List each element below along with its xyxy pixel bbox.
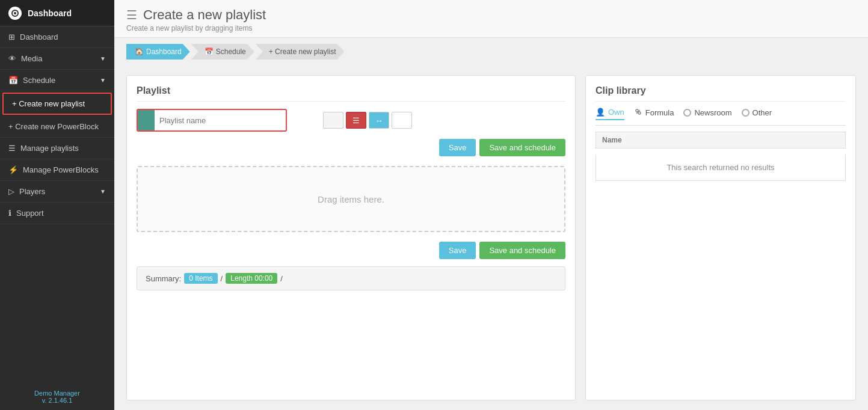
chevron-down-icon: ▼ — [100, 188, 106, 195]
slash2: / — [280, 274, 283, 283]
sidebar-item-label: Dashboard — [20, 32, 58, 41]
sidebar-item-label: + Create new PowerBlock — [8, 122, 99, 131]
page-title-row: ☰ Create a new playlist — [126, 7, 856, 23]
playlist-name-wrapper — [137, 109, 287, 132]
column-name: Name — [602, 136, 622, 144]
support-icon: ℹ — [8, 209, 11, 218]
arrow-icon: ↔ — [375, 116, 383, 125]
playlist-name-input[interactable] — [155, 112, 286, 129]
clip-no-results: This search returned no results — [596, 155, 846, 181]
playlist-icon: ☰ — [126, 8, 137, 22]
svg-point-3 — [638, 112, 641, 114]
drag-area: Drag items here. — [137, 166, 565, 232]
sidebar-item-label: Manage playlists — [20, 144, 79, 153]
sidebar: Dashboard ⊞ Dashboard 👁 Media ▼ 📅 Schedu… — [0, 0, 114, 410]
sidebar-item-media[interactable]: 👁 Media ▼ — [0, 48, 114, 70]
sidebar-item-manage-powerblocks[interactable]: ⚡ Manage PowerBlocks — [0, 159, 114, 181]
summary-label: Summary: — [146, 274, 181, 283]
sidebar-item-label: Players — [19, 187, 45, 196]
breadcrumb-create-playlist[interactable]: + Create new playlist — [256, 44, 345, 60]
sidebar-item-label: Manage PowerBlocks — [23, 165, 99, 174]
sidebar-item-manage-playlists[interactable]: ☰ Manage playlists — [0, 138, 114, 159]
toggle-list-btn[interactable]: ☰ — [346, 112, 366, 129]
drag-area-text: Drag items here. — [318, 194, 384, 204]
schedule-icon: 📅 — [8, 76, 18, 85]
list-icon: ☰ — [352, 116, 360, 125]
clip-tab-other[interactable]: Other — [742, 108, 772, 120]
chevron-down-icon: ▼ — [100, 77, 106, 84]
clip-tabs: 👤 Own Formula Newsroom Other — [596, 108, 846, 126]
summary-bar: Summary: 0 Items / Length 00:00 / — [137, 266, 565, 290]
clip-tab-formula[interactable]: Formula — [634, 108, 674, 120]
breadcrumb-label: Schedule — [216, 47, 246, 56]
clip-table-header: Name — [596, 132, 846, 148]
toggle-right-blank[interactable] — [392, 112, 412, 129]
page-title: Create a new playlist — [143, 7, 266, 23]
playlist-panel-title: Playlist — [137, 85, 565, 102]
playlist-controls-row: ☰ ↔ — [137, 109, 565, 132]
toggle-left-blank[interactable] — [323, 112, 343, 129]
sidebar-item-label: + Create new playlist — [12, 99, 85, 108]
breadcrumb-dashboard[interactable]: 🏠 Dashboard — [126, 44, 190, 60]
formula-icon — [634, 108, 642, 118]
clip-tab-label: Formula — [645, 108, 674, 117]
clip-tab-own[interactable]: 👤 Own — [596, 108, 624, 120]
list-icon: ☰ — [8, 144, 16, 153]
items-badge: 0 Items — [184, 273, 217, 284]
breadcrumb-label: Dashboard — [146, 47, 182, 56]
playlist-panel: Playlist ☰ ↔ — [126, 75, 576, 400]
clip-tab-newsroom[interactable]: Newsroom — [683, 108, 731, 120]
page-subtitle: Create a new playlist by dragging items — [126, 24, 856, 32]
schedule-icon: 📅 — [205, 47, 214, 56]
chevron-down-icon: ▼ — [100, 55, 106, 62]
breadcrumb-schedule[interactable]: 📅 Schedule — [191, 44, 254, 60]
save-schedule-button-bottom[interactable]: Save and schedule — [479, 242, 565, 259]
dashboard-icon: ⊞ — [8, 32, 15, 41]
sidebar-item-dashboard[interactable]: ⊞ Dashboard — [0, 26, 114, 48]
playlist-color-swatch[interactable] — [138, 110, 155, 130]
sidebar-footer: Demo Manager v. 2.1.46.1 — [0, 384, 114, 410]
user-icon: 👤 — [596, 108, 605, 117]
media-icon: 👁 — [8, 54, 16, 63]
sidebar-item-create-playlist[interactable]: + Create new playlist — [2, 93, 112, 115]
footer-line1: Demo Manager — [8, 390, 106, 397]
sidebar-item-players[interactable]: ▷ Players ▼ — [0, 181, 114, 203]
clip-tab-label: Newsroom — [694, 108, 731, 117]
save-button-top[interactable]: Save — [439, 139, 476, 156]
save-schedule-button-top[interactable]: Save and schedule — [479, 139, 565, 156]
sidebar-item-label: Media — [21, 54, 42, 63]
sidebar-logo: Dashboard — [0, 0, 114, 26]
save-button-bottom[interactable]: Save — [439, 242, 476, 259]
content-area: Playlist ☰ ↔ — [114, 66, 868, 410]
main-content: ☰ Create a new playlist Create a new pla… — [114, 0, 868, 410]
bolt-icon: ⚡ — [8, 165, 18, 174]
slash: / — [221, 274, 223, 283]
sidebar-item-label: Schedule — [23, 76, 55, 85]
breadcrumb-label: + Create new playlist — [269, 47, 336, 56]
footer-line2: v. 2.1.46.1 — [8, 397, 106, 404]
sidebar-item-create-powerblock[interactable]: + Create new PowerBlock — [0, 116, 114, 138]
save-btn-row-top: Save Save and schedule — [137, 139, 565, 156]
radio-other — [742, 109, 749, 117]
length-badge: Length 00:00 — [226, 273, 277, 284]
radio-newsroom — [683, 109, 691, 117]
sidebar-logo-label: Dashboard — [28, 8, 72, 18]
clip-library: Clip library 👤 Own Formula Newsroom — [585, 75, 856, 400]
clip-tab-label: Own — [608, 108, 624, 117]
logo-icon — [8, 7, 22, 20]
svg-point-1 — [14, 12, 16, 14]
toggle-arrow-btn[interactable]: ↔ — [369, 112, 389, 129]
players-icon: ▷ — [8, 187, 14, 196]
dashboard-icon: 🏠 — [135, 47, 144, 56]
sidebar-item-support[interactable]: ℹ Support — [0, 203, 114, 224]
svg-point-2 — [636, 109, 638, 112]
page-header: ☰ Create a new playlist Create a new pla… — [114, 0, 868, 38]
save-btn-row-bottom: Save Save and schedule — [137, 242, 565, 259]
clip-library-title: Clip library — [596, 85, 846, 102]
sidebar-item-schedule[interactable]: 📅 Schedule ▼ — [0, 70, 114, 91]
toggle-group: ☰ ↔ — [323, 112, 412, 129]
breadcrumb: 🏠 Dashboard 📅 Schedule + Create new play… — [114, 38, 868, 66]
sidebar-item-label: Support — [16, 209, 44, 218]
clip-tab-label: Other — [753, 108, 772, 117]
